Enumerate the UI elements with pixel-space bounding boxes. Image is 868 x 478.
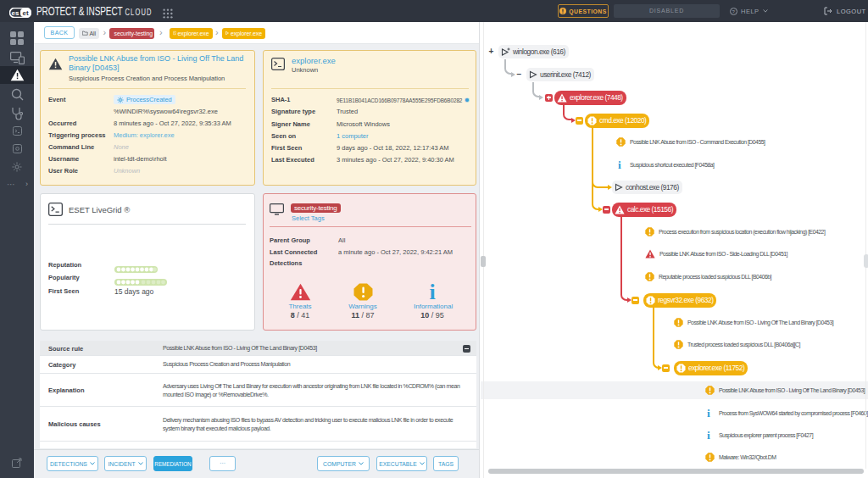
- svg-text:es: es: [12, 9, 19, 17]
- svg-text:et: et: [22, 9, 28, 17]
- svg-text:?: ?: [732, 8, 736, 14]
